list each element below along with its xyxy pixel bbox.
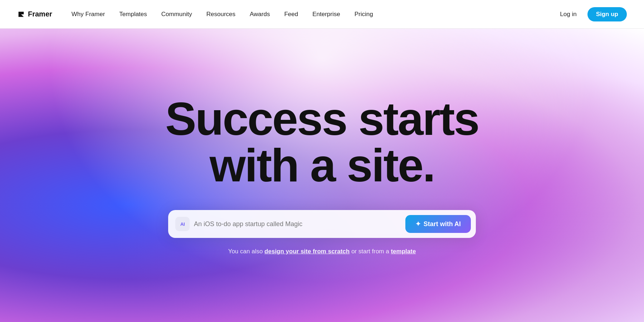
login-link[interactable]: Log in xyxy=(553,8,583,21)
nav-auth: Log in Sign up xyxy=(553,7,627,21)
ai-prompt-input[interactable] xyxy=(194,220,401,228)
ai-button-label: Start with AI xyxy=(424,220,461,228)
hero-content: Success starts with a site. AI ✦ Start w… xyxy=(0,96,644,255)
star-icon: ✦ xyxy=(415,220,421,228)
template-link[interactable]: template xyxy=(391,248,416,255)
sub-text-before: You can also xyxy=(228,248,264,255)
sub-text-mid: or start from a xyxy=(350,248,391,255)
brand-logo[interactable]: Framer xyxy=(17,10,52,18)
brand-name: Framer xyxy=(28,10,52,18)
ai-input-bar: AI ✦ Start with AI xyxy=(168,210,476,238)
start-with-ai-button[interactable]: ✦ Start with AI xyxy=(405,215,471,233)
nav-item-pricing[interactable]: Pricing xyxy=(348,8,380,21)
nav-item-feed[interactable]: Feed xyxy=(278,8,304,21)
ai-icon: AI xyxy=(180,221,185,227)
hero-title: Success starts with a site. xyxy=(165,96,479,189)
ai-icon-wrapper: AI xyxy=(175,217,190,231)
nav-item-community[interactable]: Community xyxy=(155,8,199,21)
nav-item-why-framer[interactable]: Why Framer xyxy=(65,8,112,21)
nav-item-resources[interactable]: Resources xyxy=(200,8,242,21)
nav-item-templates[interactable]: Templates xyxy=(113,8,153,21)
nav-links: Why Framer Templates Community Resources… xyxy=(65,8,554,21)
navbar: Framer Why Framer Templates Community Re… xyxy=(0,0,644,29)
nav-item-awards[interactable]: Awards xyxy=(243,8,276,21)
nav-item-enterprise[interactable]: Enterprise xyxy=(306,8,346,21)
hero-subtext: You can also design your site from scrat… xyxy=(228,248,416,255)
hero-title-line1: Success starts xyxy=(165,93,479,145)
framer-logo-icon xyxy=(17,10,25,18)
signup-button[interactable]: Sign up xyxy=(587,7,627,21)
design-from-scratch-link[interactable]: design your site from scratch xyxy=(264,248,350,255)
hero-section: Success starts with a site. AI ✦ Start w… xyxy=(0,29,644,322)
hero-title-line2: with a site. xyxy=(210,139,435,191)
